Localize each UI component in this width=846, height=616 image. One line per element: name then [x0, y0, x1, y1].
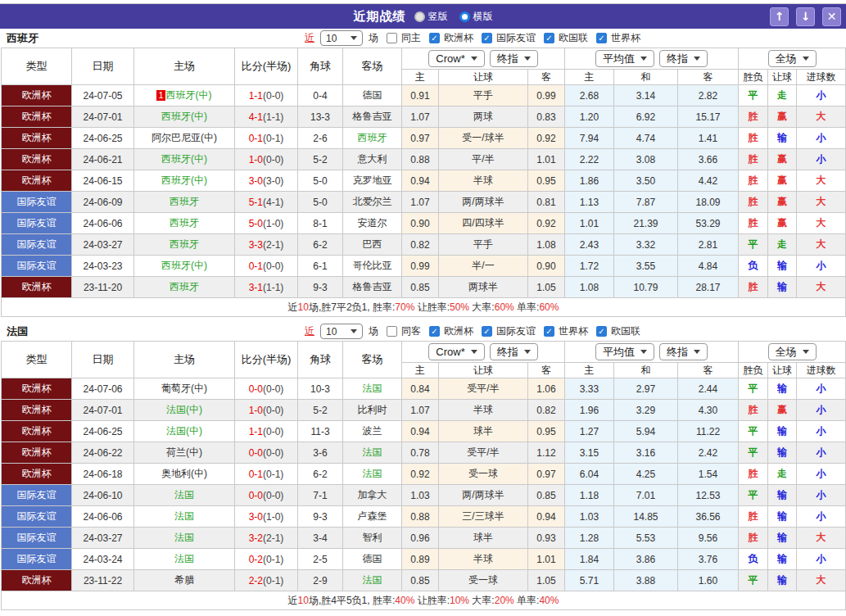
match-row: 国际友谊24-06-09西班牙5-1(4-1)5-0北爱尔兰1.07两/两球半0… — [2, 192, 846, 213]
average-dropdown[interactable]: 平均值 — [595, 50, 654, 67]
avg-away-cell: 2.82 — [678, 85, 739, 106]
layout-radio-horizontal[interactable]: 横版 — [459, 10, 493, 24]
scroll-up-button[interactable]: ↑ — [770, 7, 789, 26]
date-cell: 24-06-25 — [72, 128, 134, 149]
handicap-cell: 半/一 — [439, 256, 528, 277]
chevron-down-icon — [471, 57, 477, 64]
corner-cell: 9-3 — [298, 506, 343, 528]
odds-home-cell: 0.85 — [402, 277, 439, 298]
avg-away-cell: 3.66 — [678, 149, 739, 170]
odds-away-cell: 0.95 — [528, 170, 565, 192]
away-team-cell: 巴西 — [343, 234, 402, 256]
radio-icon[interactable] — [459, 11, 470, 22]
final-odds-dropdown[interactable]: 终指 — [490, 343, 538, 360]
final-odds-dropdown[interactable]: 终指 — [659, 50, 708, 67]
match-count-select[interactable]: 10 — [320, 324, 363, 339]
avg-draw-cell: 3.29 — [614, 400, 678, 421]
chevron-down-icon — [694, 57, 700, 64]
league-checkbox-worldcup[interactable]: ✓ — [596, 33, 607, 43]
handicap-cell: 受一球 — [439, 570, 528, 591]
league-checkbox-euro[interactable]: ✓ — [429, 326, 440, 337]
scroll-down-button[interactable]: ↓ — [796, 7, 815, 26]
halftime-score: (1-1) — [263, 282, 283, 293]
final-odds-dropdown[interactable]: 终指 — [659, 343, 708, 360]
halftime-score: (3-0) — [263, 175, 283, 187]
avg-draw-cell: 6.92 — [614, 106, 678, 128]
halftime-score: (0-0) — [263, 90, 283, 102]
fulltime-dropdown[interactable]: 全场 — [768, 343, 817, 360]
avg-away-cell: 1.41 — [678, 128, 739, 149]
score-cell: 1-0(0-0) — [235, 400, 298, 421]
bookmaker-dropdown[interactable]: Crow* — [428, 343, 484, 360]
halftime-score: (4-1) — [263, 197, 283, 208]
rank-badge: 1 — [156, 90, 165, 101]
fulltime-dropdown[interactable]: 全场 — [768, 50, 817, 67]
away-team-cell: 克罗地亚 — [343, 170, 402, 192]
match-row: 欧洲杯24-06-25阿尔巴尼亚(中)0-1(0-1)2-6西班牙0.97受一/… — [2, 128, 846, 149]
avg-draw-cell: 3.50 — [614, 170, 678, 192]
home-team-name: 西班牙(中) — [161, 153, 207, 165]
avg-draw-cell: 3.55 — [614, 256, 678, 277]
league-checkbox-nations[interactable]: ✓ — [544, 33, 554, 43]
score-cell: 0-1(0-0) — [235, 256, 298, 277]
avg-home-cell: 3.33 — [565, 378, 614, 400]
corner-cell: 3-4 — [298, 528, 343, 549]
result-cell: 胜 — [739, 192, 768, 213]
sub-header-home-odds: 主 — [402, 363, 439, 378]
goals-result-cell: 小 — [797, 506, 846, 528]
average-dropdown[interactable]: 平均值 — [595, 343, 654, 360]
radio-icon[interactable] — [414, 11, 425, 22]
avg-away-cell: 4.42 — [678, 170, 739, 192]
layout-radio-vertical[interactable]: 竖版 — [414, 10, 448, 24]
handicap-cell: 球半 — [439, 421, 528, 442]
away-team-cell: 意大利 — [343, 149, 402, 170]
league-label: 欧洲杯 — [444, 324, 473, 338]
date-cell: 24-06-25 — [72, 421, 134, 442]
same-venue-checkbox[interactable] — [387, 33, 397, 43]
group-header-fulltime: 全场 — [739, 48, 846, 70]
odds-away-cell: 1.01 — [528, 549, 565, 570]
handicap-result-cell: 走 — [768, 464, 797, 485]
goals-result-cell: 小 — [797, 128, 846, 149]
avg-draw-cell: 3.16 — [614, 442, 678, 464]
odds-away-cell: 0.85 — [528, 485, 565, 506]
goals-result-cell: 小 — [797, 400, 846, 421]
league-checkbox-nations[interactable]: ✓ — [596, 326, 607, 337]
result-cell: 平 — [739, 421, 768, 442]
odds-home-cell: 0.82 — [402, 234, 439, 256]
halftime-score: (2-1) — [263, 239, 283, 251]
away-team-name: 法国 — [363, 383, 382, 394]
odds-home-cell: 0.90 — [402, 213, 439, 234]
score-cell: 1-1(0-0) — [235, 85, 298, 106]
group-header-bookmaker: Crow*终指 — [402, 48, 565, 70]
league-checkbox-worldcup[interactable]: ✓ — [544, 326, 554, 337]
near-link[interactable]: 近 — [305, 31, 314, 45]
close-button[interactable]: ✕ — [822, 7, 841, 26]
goals-result-cell: 大 — [797, 170, 846, 192]
result-cell: 胜 — [739, 277, 768, 298]
league-checkbox-friendly[interactable]: ✓ — [482, 326, 492, 337]
match-count-select[interactable]: 10 — [320, 30, 363, 46]
odds-away-cell: 0.92 — [528, 128, 565, 149]
sub-header-avg-home: 主 — [565, 363, 614, 378]
same-venue-checkbox[interactable] — [387, 326, 397, 337]
avg-away-cell: 36.56 — [678, 506, 739, 528]
col-header-home: 主场 — [134, 342, 235, 378]
bookmaker-dropdown[interactable]: Crow* — [428, 50, 484, 67]
league-checkbox-friendly[interactable]: ✓ — [482, 33, 492, 43]
avg-home-cell: 2.43 — [565, 234, 614, 256]
away-team-cell: 格鲁吉亚 — [343, 106, 402, 128]
handicap-result-cell: 输 — [768, 256, 797, 277]
type-cell: 国际友谊 — [2, 192, 72, 213]
away-team-cell: 加拿大 — [343, 485, 402, 506]
away-team-name: 波兰 — [363, 425, 382, 437]
close-icon: ✕ — [827, 10, 837, 23]
league-checkbox-euro[interactable]: ✓ — [429, 33, 440, 43]
final-odds-dropdown[interactable]: 终指 — [490, 50, 538, 67]
check-icon: ✓ — [598, 34, 604, 43]
handicap-cell: 受平/半 — [439, 378, 528, 400]
home-team-name: 西班牙 — [170, 281, 199, 292]
fulltime-score: 3-3 — [249, 239, 263, 251]
chevron-down-icon — [351, 36, 357, 43]
near-link[interactable]: 近 — [305, 324, 314, 338]
